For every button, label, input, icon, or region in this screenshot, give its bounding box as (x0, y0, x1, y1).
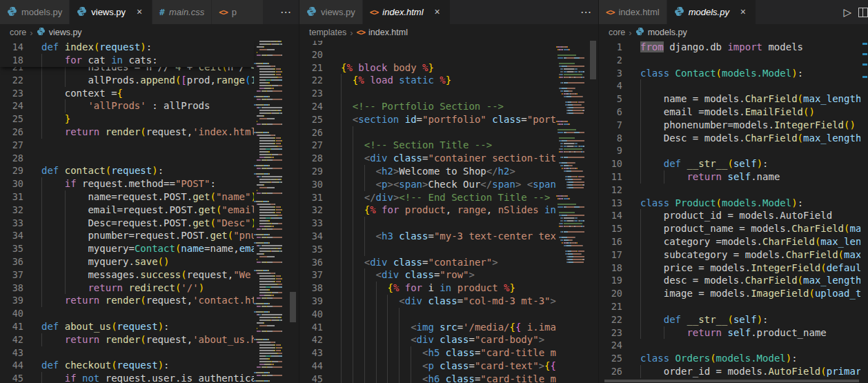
code-line-22[interactable]: 22{% load static %} (299, 74, 556, 87)
code-line-25[interactable]: 25class Orders(models.Model): (599, 352, 860, 365)
code-line-18[interactable]: 18price = models.IntegerField(default (599, 262, 860, 275)
code-line-44[interactable]: 44def checkout(request): (0, 359, 254, 372)
code-line-26[interactable]: 26order_id = models.AutoField(primary (599, 365, 860, 378)
minimap[interactable] (254, 41, 288, 383)
code-line-36[interactable]: 36<div class="container"> (299, 256, 556, 269)
code-line-31[interactable]: 31name=request.POST.get("name") (0, 190, 254, 204)
code-line-25[interactable]: 25<section id="portfolio" class="portfo (299, 113, 556, 126)
breadcrumb-item-models-py[interactable]: models.py (635, 27, 687, 38)
code-line-23[interactable]: 23return self.product_name (599, 326, 860, 340)
code-line-29[interactable]: 29<h2>Welcome to Shop</h2> (299, 165, 556, 178)
breadcrumb-item-index-html[interactable]: <>index.html (357, 28, 408, 37)
code-line-31[interactable]: 31</div><!-- End Section Title --> (299, 191, 556, 204)
code-line-7[interactable]: 7phonenumber=models.IntegerField() (599, 119, 860, 132)
code-line-40[interactable]: 40 (0, 307, 254, 320)
tab-views-py[interactable]: views.py (299, 0, 363, 24)
code-line-6[interactable]: 6email =models.EmailField() (599, 106, 860, 119)
more-tabs-icon[interactable]: ⋯ (280, 6, 292, 19)
vertical-scrollbar-thumb[interactable] (290, 292, 296, 322)
code-line-28[interactable]: 28<div class="container section-title (299, 152, 556, 165)
code-line-12[interactable]: 12 (599, 184, 860, 197)
horizontal-scrollbar-thumb[interactable] (604, 380, 859, 382)
breadcrumb-item-views-py[interactable]: views.py (37, 27, 82, 38)
code-line-32[interactable]: 32email=request.POST.get("email") (0, 204, 254, 217)
code-line-22[interactable]: 22allProds.append([prod,range(1,n (0, 74, 254, 87)
split-editor-icon[interactable] (858, 8, 868, 17)
close-icon[interactable]: × (738, 7, 749, 18)
code-line-26[interactable]: 26return render(request,'index.html', (0, 126, 254, 139)
code-line-19[interactable]: 19desc = models.CharField(max_length= (599, 274, 860, 287)
code-line-17[interactable]: 17subcategory = models.CharField(max_ (599, 248, 860, 262)
code-line-45[interactable]: 45if not request.user.is_authenticate (0, 372, 254, 383)
tab-main-css[interactable]: #main.css (152, 0, 212, 24)
code-line-14[interactable]: 14product_id = models.AutoField (599, 209, 860, 222)
breadcrumb-item-templates[interactable]: templates (309, 28, 346, 37)
code-line-2[interactable]: 2 (599, 54, 860, 67)
code-line-1[interactable]: 1from django.db import models (599, 41, 860, 54)
code-line-37[interactable]: 37<div class="row"> (299, 268, 556, 282)
code-line-16[interactable]: 16category =models.CharField(max_leng (599, 235, 860, 248)
code-line-24[interactable]: 24<!-- Portfolio Section --> (299, 100, 556, 113)
code-line-19[interactable]: 19 (299, 41, 556, 48)
code-line-32[interactable]: 32{% for product, range, nSlides in a (299, 204, 556, 217)
breadcrumb-item-core[interactable]: core (609, 28, 625, 37)
code-content[interactable]: 192021{% block body %}22{% load static %… (299, 41, 556, 383)
code-line-35[interactable]: 35myquery=Contact(name=name,email (0, 242, 254, 255)
close-icon[interactable]: × (432, 7, 443, 18)
code-line-36[interactable]: 36myquery.save() (0, 255, 254, 268)
code-line-43[interactable]: 43<h5 class="card-title mt- (299, 346, 556, 360)
tab-models-py[interactable]: models.py× (667, 0, 756, 24)
code-line-30[interactable]: 30if request.method=="POST": (0, 177, 254, 190)
code-line-20[interactable]: 20image = models.ImageField(upload_to (599, 287, 860, 300)
tab-index-html[interactable]: <>index.html× (363, 0, 451, 24)
code-line-8[interactable]: 8Desc = models.CharField(max_length= (599, 132, 860, 145)
tab-index-html[interactable]: <>index.html (599, 0, 667, 24)
tab-p[interactable]: <>p (212, 0, 264, 24)
code-line-4[interactable]: 4 (599, 79, 860, 92)
code-content[interactable]: 21nSlides = n // 4 + ceil(n / 4)22allPro… (0, 61, 254, 383)
code-line-44[interactable]: 44<p class="card-text">{{i. (299, 360, 556, 373)
minimap[interactable] (556, 41, 590, 383)
code-line-35[interactable]: 35 (299, 243, 556, 256)
code-line-34[interactable]: 34<h3 class="my-3 text-center text- (299, 230, 556, 243)
code-content[interactable]: 1from django.db import models23class Con… (599, 41, 860, 378)
tab-models-py[interactable]: models.py (0, 0, 70, 24)
breadcrumb-item-core[interactable]: core (10, 28, 26, 37)
code-line-23[interactable]: 23context ={ (0, 87, 254, 100)
code-line-29[interactable]: 29def contact(request): (0, 164, 254, 177)
code-line-15[interactable]: 15product_name = models.CharField(max (599, 222, 860, 235)
code-line-42[interactable]: 42<div class="card-body"> (299, 333, 556, 346)
code-line-21[interactable]: 21 (599, 300, 860, 313)
code-line-27[interactable]: 27<!-- Section Title --> (299, 139, 556, 152)
code-line-27[interactable]: 27 (0, 139, 254, 152)
code-line-18[interactable]: 18for cat in cats: (0, 54, 254, 67)
code-line-33[interactable]: 33 (299, 217, 556, 230)
code-line-14[interactable]: 14def index(request): (0, 41, 254, 54)
code-line-23[interactable]: 23 (299, 87, 556, 100)
code-line-45[interactable]: 45<h6 class="card-title mb (299, 373, 556, 383)
sticky-scroll[interactable]: 14def index(request):18for cat in cats: (0, 41, 254, 67)
code-line-20[interactable]: 20 (299, 48, 556, 61)
vertical-scrollbar-thumb[interactable] (590, 41, 596, 79)
code-line-5[interactable]: 5name = models.CharField(max_length= (599, 92, 860, 106)
code-line-43[interactable]: 43 (0, 346, 254, 360)
tab-views-py[interactable]: views.py× (70, 0, 152, 24)
code-line-37[interactable]: 37messages.success(request,"We wi (0, 268, 254, 282)
editor[interactable]: 192021{% block body %}22{% load static %… (299, 41, 599, 383)
code-line-25[interactable]: 25} (0, 112, 254, 126)
code-line-10[interactable]: 10def __str__(self): (599, 157, 860, 170)
code-line-26[interactable]: 26 (299, 126, 556, 139)
code-line-3[interactable]: 3class Contact(models.Model): (599, 67, 860, 80)
code-line-38[interactable]: 38return redirect('/') (0, 282, 254, 295)
code-line-34[interactable]: 34pnumber=request.POST.get("pnumb (0, 229, 254, 242)
code-line-39[interactable]: 39return render(request,'contact.html (0, 294, 254, 307)
code-line-9[interactable]: 9 (599, 144, 860, 157)
code-line-21[interactable]: 21{% block body %} (299, 61, 556, 75)
code-line-33[interactable]: 33Desc=request.POST.get("Desc") (0, 217, 254, 230)
code-line-38[interactable]: 38{% for i in product %} (299, 282, 556, 295)
code-line-22[interactable]: 22def __str__(self): (599, 313, 860, 326)
code-line-39[interactable]: 39<div class="col-md-3 mt-3"> (299, 295, 556, 308)
code-line-41[interactable]: 41<img src='/media/{{ i.image (299, 321, 556, 334)
code-line-11[interactable]: 11return self.name (599, 170, 860, 184)
code-line-41[interactable]: 41def about_us(request): (0, 320, 254, 333)
